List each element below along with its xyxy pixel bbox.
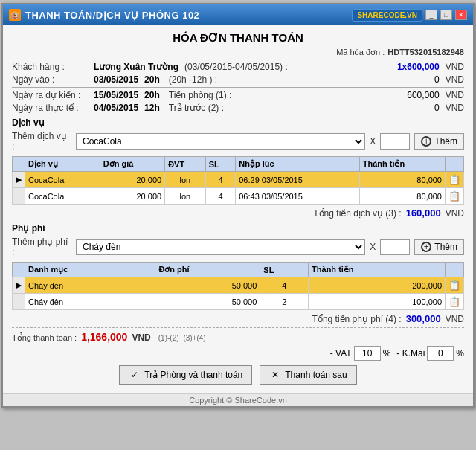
edit-icon[interactable]: 📋 (448, 280, 460, 291)
summary-section: Tổng thanh toán : 1,166,000 VND (1)-(2)+… (12, 327, 464, 361)
service-edit[interactable]: 📋 (446, 172, 464, 188)
minimize-button[interactable]: _ (425, 10, 437, 20)
close-button[interactable]: ✕ (455, 10, 467, 20)
add-service-button[interactable]: + Thêm (414, 133, 464, 150)
kmoi-field: - K.Mãi % (396, 346, 464, 361)
add-fee-button[interactable]: + Thêm (414, 239, 464, 255)
title-controls: SHARECODE.VN _ □ ✕ (352, 9, 467, 22)
checkout-icon: ✕ (269, 369, 281, 381)
title-bar-left: 🏨 THANH TOÁN/DỊCH VỤ PHÒNG 102 (9, 9, 199, 21)
fees-total-amount: 300,000 (406, 313, 441, 324)
plus-icon-fee: + (421, 242, 431, 252)
checkin-button[interactable]: ✓ Trả Phòng và thanh toán (119, 365, 252, 385)
room-amount-group: 600,000 VND (380, 90, 464, 100)
add-fee-label: Thêm phụ phí : (12, 237, 71, 257)
fee-price: 50,000 (155, 294, 260, 310)
fees-table-body: ▶ Cháy đèn 50,000 4 200,000 📋 Cháy đèn 5… (13, 277, 464, 310)
th-service-name: Dịch vụ (25, 157, 100, 172)
checkout-label: Thanh toán sau (285, 370, 347, 380)
service-total: 80,000 (359, 188, 445, 205)
table-row[interactable]: Cháy đèn 50,000 2 100,000 📋 (13, 294, 464, 310)
fee-select[interactable]: Cháy đèn (76, 239, 365, 255)
customer-amount-group: 1x600,000 VND (380, 62, 464, 72)
fee-qty-input[interactable] (380, 239, 410, 255)
row-arrow: ▶ (13, 172, 25, 188)
service-unit: lon (165, 172, 206, 188)
fee-price: 50,000 (155, 277, 260, 294)
checkin-unit: VND (446, 74, 464, 85)
maximize-button[interactable]: □ (440, 10, 452, 20)
kmoi-percent: % (456, 348, 464, 359)
services-section-header: Dịch vụ (12, 118, 464, 128)
vat-label: - VAT (330, 348, 352, 359)
fee-name: Cháy đèn (25, 277, 155, 294)
vat-field: - VAT % (330, 346, 391, 361)
th-fee-name: Danh mục (25, 263, 155, 277)
edit-icon[interactable]: 📋 (448, 296, 460, 307)
table-row[interactable]: CocaCola 20,000 lon 4 06:43 03/05/2015 8… (13, 188, 464, 205)
customer-amount: 1x600,000 (380, 62, 440, 72)
service-qty: 4 (205, 172, 236, 188)
service-price: 20,000 (100, 188, 164, 205)
service-time: 06:43 03/05/2015 (236, 188, 360, 205)
expected-time: 20h (144, 90, 160, 100)
service-name: CocaCola (25, 188, 100, 205)
fee-total: 100,000 (309, 294, 446, 310)
edit-icon[interactable]: 📋 (448, 190, 460, 202)
th-fee-edit (446, 263, 464, 277)
action-buttons: ✓ Trả Phòng và thanh toán ✕ Thanh toán s… (12, 365, 464, 388)
service-edit[interactable]: 📋 (446, 188, 464, 205)
th-fee-total: Thành tiền (309, 263, 446, 277)
fee-name: Cháy đèn (25, 294, 155, 310)
grand-total-row: Tổng thanh toán : 1,166,000 VND (1)-(2)+… (12, 331, 464, 343)
kmoi-input[interactable] (427, 346, 454, 361)
main-window: 🏨 THANH TOÁN/DỊCH VỤ PHÒNG 102 SHARECODE… (1, 3, 475, 408)
service-name: CocaCola (25, 172, 100, 188)
service-time: 06:29 03/05/2015 (236, 172, 360, 188)
fee-edit[interactable]: 📋 (446, 294, 464, 310)
services-table-body: ▶ CocaCola 20,000 lon 4 06:29 03/05/2015… (13, 172, 464, 205)
services-table-header: Dịch vụ Đơn giá ĐVT SL Nhập lúc Thành ti… (13, 157, 464, 172)
services-total-unit: VND (446, 208, 464, 219)
th-service-qty: SL (205, 157, 236, 172)
title-bar: 🏨 THANH TOÁN/DỊCH VỤ PHÒNG 102 SHARECODE… (3, 4, 473, 25)
th-service-time: Nhập lúc (236, 157, 360, 172)
fees-table: Danh mục Đơn phí SL Thành tiền ▶ Cháy đè… (12, 262, 464, 310)
customer-label: Khách hàng : (12, 62, 94, 72)
fees-total-row: Tổng tiền phụ phí (4) : 300,000 VND (12, 313, 464, 324)
checkin-range-label: (20h -12h ) : (169, 74, 217, 85)
checkout-button[interactable]: ✕ Thanh toán sau (260, 365, 356, 385)
prepaid-amount: 0 (380, 103, 440, 113)
checkin-amount-group: 0 VND (380, 74, 464, 85)
service-price: 20,000 (100, 172, 164, 188)
table-row[interactable]: ▶ Cháy đèn 50,000 4 200,000 📋 (13, 277, 464, 294)
service-select[interactable]: CocaCola (76, 133, 365, 150)
expected-label: Ngày ra dự kiến : (12, 90, 94, 100)
service-qty-input[interactable] (380, 133, 410, 150)
th-service-price: Đơn giá (100, 157, 164, 172)
checkin-icon: ✓ (129, 369, 141, 381)
services-total-label: Tổng tiền dịch vụ (3) : (313, 208, 401, 219)
customer-row: Khách hàng : Lương Xuân Trường (03/05/20… (12, 62, 464, 72)
edit-icon[interactable]: 📋 (448, 174, 460, 185)
prepaid-unit: VND (446, 103, 464, 113)
checkin-amount: 0 (380, 74, 440, 85)
row-arrow: ▶ (13, 277, 25, 294)
checkin-date: 03/05/2015 (94, 74, 138, 85)
service-qty: 4 (205, 188, 236, 205)
th-fee-price: Đơn phí (155, 263, 260, 277)
fee-total: 200,000 (309, 277, 446, 294)
fee-edit[interactable]: 📋 (446, 277, 464, 294)
plus-icon: + (421, 136, 431, 147)
room-amount: 600,000 (380, 90, 440, 100)
th-service-total: Thành tiền (359, 157, 445, 172)
row-arrow (13, 188, 25, 205)
vat-row: - VAT % - K.Mãi % (12, 346, 464, 361)
fee-qty: 4 (260, 277, 309, 294)
table-row[interactable]: ▶ CocaCola 20,000 lon 4 06:29 03/05/2015… (13, 172, 464, 188)
checkin-label: Ngày vào : (12, 74, 94, 85)
customer-name: Lương Xuân Trường (94, 62, 178, 72)
copyright: Copyright © ShareCode.vn (3, 393, 473, 406)
vat-input[interactable] (354, 346, 381, 361)
th-fee-qty: SL (260, 263, 309, 277)
